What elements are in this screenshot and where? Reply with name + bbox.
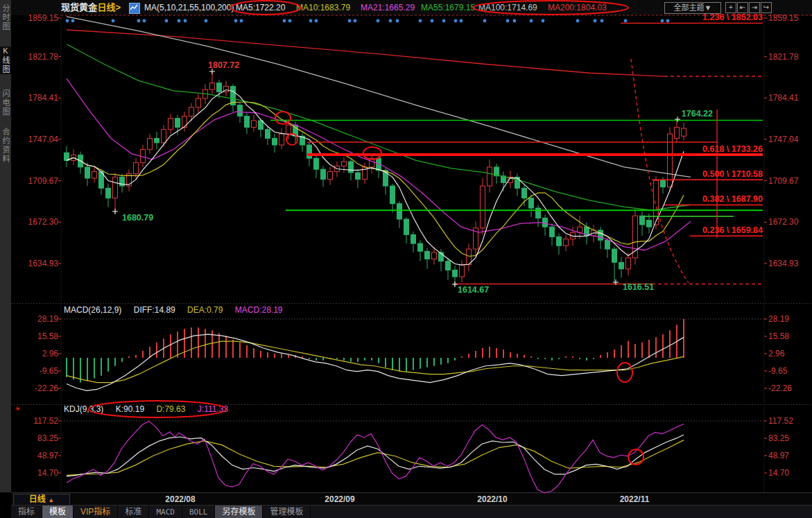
axis-tick-label: 1709.67 [28, 176, 59, 186]
signal-dot [309, 19, 313, 23]
sidebar-tab-4[interactable]: 合约资料 [0, 128, 11, 164]
compress-right-icon[interactable]: ⇥ [749, 2, 760, 13]
candle-body [279, 134, 284, 145]
ma-value-label: MA100:1714.69 [478, 0, 537, 15]
signal-dot [601, 19, 604, 23]
signal-dot [454, 19, 458, 23]
candle-body [141, 149, 146, 162]
candle-body [377, 158, 381, 171]
candle-body [619, 262, 624, 269]
candle-body [397, 204, 402, 219]
bottom-tab-4[interactable]: 标准 [118, 506, 149, 518]
candle-body [307, 145, 312, 158]
axis-tick-label: -9.65 [768, 366, 788, 376]
candle-body [543, 218, 548, 227]
candle-body [293, 125, 298, 136]
candle-body [404, 219, 409, 234]
ma100-line [67, 17, 691, 178]
fib-label: 0.618 \ 1733.26 [702, 144, 763, 154]
signal-dot [234, 19, 238, 23]
axis-tick-label: 83.25 [768, 433, 789, 443]
kdj-j-value: J:111.33 [198, 404, 228, 414]
candle-body [78, 155, 83, 167]
bottom-tab-6[interactable]: BOLL [182, 506, 216, 518]
candle-body [578, 227, 582, 232]
sidebar-tab-1[interactable]: 分时图 [0, 4, 11, 31]
macd-dea-value: DEA:0.79 [187, 305, 223, 315]
candle-body [155, 138, 159, 142]
chart-type-sidebar: 分时图K线图闪电图合约资料 [0, 0, 11, 492]
candle-body [321, 169, 326, 179]
candle-body [612, 249, 617, 262]
signal-dot [288, 19, 292, 23]
signal-dot [594, 19, 597, 23]
sidebar-tab-3[interactable]: 闪电图 [0, 89, 11, 116]
candle-body [134, 163, 139, 174]
candle-body [675, 128, 680, 139]
annotation-ellipse [363, 147, 381, 159]
bottom-tab-8[interactable]: 管理模板 [263, 506, 311, 518]
bottom-tab-3[interactable]: VIP指标 [74, 506, 118, 518]
candle-body [411, 234, 416, 243]
expand-right-icon[interactable]: ↪ [761, 2, 772, 13]
axis-tick-label: 2.96 [768, 349, 785, 359]
candle-body [175, 119, 180, 128]
candle-body [203, 89, 208, 98]
alarm-icon[interactable]: ☀ [15, 405, 21, 413]
theme-select-button[interactable]: 全部主题▼ [664, 2, 721, 14]
signal-dot [442, 19, 446, 23]
signal-dot [66, 19, 69, 23]
bottom-tab-2[interactable]: 模板 [42, 506, 74, 518]
fib-label: 0.236 \ 1659.84 [702, 225, 763, 235]
candle-body [654, 180, 659, 225]
sidebar-tab-2[interactable]: K线图 [0, 46, 11, 74]
candle-body [668, 134, 673, 187]
chart-canvas: 1.236 \ 1852.030.618 \ 1733.260.500 \ 17… [0, 0, 812, 518]
signal-dot [431, 19, 434, 23]
move-tool-icon[interactable]: + [725, 2, 736, 13]
bottom-tab-1[interactable]: 指标 [11, 506, 42, 518]
axis-tick-label: 2.96 [42, 349, 59, 359]
ma-value-label: MA5:1722.20 [236, 0, 285, 15]
candle-body [425, 251, 430, 259]
date-label: 2022/11 [620, 494, 650, 504]
date-label: 2022/10 [477, 494, 507, 504]
axis-tick-label: 1747.04 [768, 135, 799, 144]
ma-value-label: MA55:1679.15 [421, 0, 475, 15]
signal-dot [205, 19, 208, 23]
signal-dot [178, 19, 181, 23]
ma-value-label: MA200:1804.03 [548, 0, 607, 15]
kdj-k-value: K:90.19 [116, 404, 144, 414]
candle-body [148, 138, 153, 149]
bottom-tab-5[interactable]: MACD [149, 506, 182, 518]
candle-body [314, 158, 319, 169]
bottom-tab-7[interactable]: 另存模板 [215, 506, 263, 518]
candle-body [99, 171, 104, 188]
candle-body [259, 121, 264, 130]
date-label: 2022/08 [165, 494, 195, 504]
candle-body [182, 116, 187, 128]
signal-dot [184, 19, 187, 23]
candle-body [529, 198, 534, 208]
period-selector[interactable]: 日线 ▲ [13, 494, 70, 506]
date-label: 2022/09 [325, 494, 354, 504]
candle-body [467, 249, 472, 264]
axis-tick-label: 14.70 [768, 468, 789, 478]
candle-body [571, 232, 576, 239]
signal-dot [71, 19, 75, 23]
signal-dot [542, 19, 545, 23]
signal-dot [530, 19, 533, 23]
candle-body [460, 264, 465, 277]
compress-left-icon[interactable]: ⇤ [737, 2, 748, 13]
kdj-title: KDJ(9,3,3) [64, 404, 103, 414]
candle-body [127, 174, 132, 187]
candle-body [328, 171, 333, 179]
signal-dot [240, 19, 243, 23]
candle-body [536, 208, 541, 218]
signal-dot [506, 19, 510, 23]
signal-dot [576, 19, 580, 23]
candle-body [418, 243, 423, 251]
candle-body [682, 128, 686, 136]
indicator-topbar: 现货黄金 <日线> MA(5,10,21,55,100,200)MA5:1722… [11, 0, 812, 15]
signal-dot [624, 19, 628, 23]
